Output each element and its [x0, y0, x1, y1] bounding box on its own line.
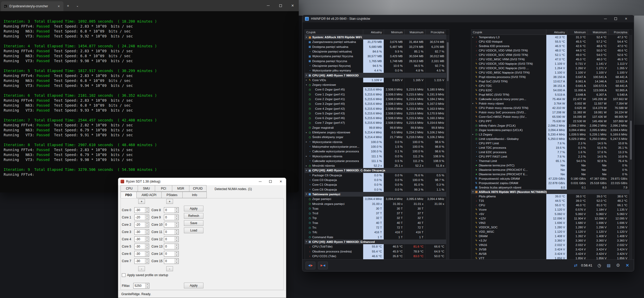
sensor-row[interactable]: ◔CPU PPT Limit7.6 %2.3 %14.5 %10.8 % [471, 141, 629, 145]
core-offset-stepper-9[interactable]: 0▴▾ [164, 215, 179, 220]
sensor-row[interactable]: ▾◷Zegary rdzeniowe [305, 82, 446, 87]
hwinfo-titlebar[interactable]: HWiNFO® 64 v8.20-5640 - Stan czujników ✕ [302, 15, 634, 22]
sensor-row[interactable]: ϟ+3.3V3.360 V3.360 V3.360 V3.360 V [471, 238, 629, 243]
settings-gear-icon[interactable]: ⚙ [615, 263, 621, 268]
sensor-row[interactable]: ϟVDDCR_SOC1.280 V1.280 V1.296 V1.296 V [471, 225, 629, 229]
sensor-row[interactable]: ◔Limit TDC procesora19.6 %0.3 %51.6 %35.… [471, 145, 629, 150]
spinner-down-icon[interactable]: ▾ [175, 218, 178, 220]
sensor-row[interactable]: ↓CPU VDDCR_SOC VRM (SVI3 TFN)52.1 °C49.0… [471, 53, 629, 57]
core-offset-stepper-8[interactable]: 0▴▾ [164, 207, 179, 213]
spinner-down-icon[interactable]: ▾ [175, 210, 178, 213]
column-header[interactable]: Aktualny [363, 30, 384, 35]
sensor-row[interactable]: ◔Całkowite wykorzystanie procesora100.0 … [305, 149, 446, 154]
scrollbar[interactable] [629, 35, 632, 260]
spinner-up-icon[interactable]: ▴ [145, 237, 149, 239]
sensor-row[interactable]: ϟVIN162.032 V2.032 V2.032 V2.032 V [471, 243, 629, 247]
collapse-columns-button[interactable]: ▶ ◀ [318, 262, 328, 269]
sensor-row[interactable]: ϟVDD_MISC1.120 V1.120 V1.120 V1.120 V [471, 229, 629, 234]
sensor-row[interactable]: ▦Zaangażowana pamięć wirtualna31,270 MB3… [305, 40, 446, 44]
sensor-row[interactable]: ▸↓Temperatury L342.3 °C31.3 °C52.4 °C47.… [471, 35, 629, 39]
core-offset-stepper-2[interactable]: -20▴▾ [134, 222, 149, 228]
column-header[interactable]: Aktualny [546, 30, 567, 35]
core-offset-stepper-5[interactable]: -30▴▾ [134, 244, 149, 249]
column-header[interactable]: Maksimum [588, 30, 608, 35]
maximize-button[interactable] [274, 0, 287, 11]
sensor-row[interactable]: ϟCPU VDDCR_SOC Napięcie (SVI3 ...1.264 V… [471, 66, 629, 70]
sensor-row[interactable]: ↓Średnia IOD procesora46.9 °C42.6 °C48.6… [471, 44, 629, 48]
sensor-row[interactable]: ◷Średni efektywny zegar5,214.4 MHz21.7 M… [305, 135, 446, 139]
spinner-down-icon[interactable]: ▾ [175, 232, 178, 235]
column-header[interactable]: Minimum [567, 30, 588, 35]
sensor-row[interactable]: ◷Trp32 T32 T32 T [305, 216, 446, 220]
spinner-up-icon[interactable]: ▴ [175, 258, 178, 261]
sensor-row[interactable]: ↓CPU55.0 °C46.0 °C81.0 °C66.1 °C [471, 203, 629, 207]
core-offset-stepper-10[interactable]: 0▴▾ [164, 222, 179, 228]
sensor-row[interactable]: ◷Command Rate1 T1 T1 T [305, 235, 446, 239]
scrollbar-thumb[interactable] [630, 121, 632, 160]
core-offset-stepper-15[interactable]: 0▴▾ [164, 258, 179, 264]
tab-cpuid[interactable]: CPUID [189, 185, 207, 192]
sensor-row[interactable]: ◷Trcd37 T37 T37 T [305, 211, 446, 216]
spinner-down-icon[interactable]: ▾ [175, 239, 178, 242]
tab-amd-acpi[interactable]: AMD ACPI [136, 192, 162, 198]
spinner-up-icon[interactable]: ▴ [175, 222, 178, 225]
sensor-section-header[interactable]: ▾▦Taktowanie pamięci [305, 192, 446, 197]
fmax-apply-button[interactable]: Apply [184, 283, 203, 288]
sensor-row[interactable]: ◷Core 7 Zegar (perf #7)5,215.6 MHz2,508.… [305, 120, 446, 125]
minimize-button[interactable] [255, 178, 265, 185]
sensor-row[interactable]: ↓CPU VDD_MISC VRM (SVI3 TFN)47.0 °C45.0 … [471, 57, 629, 61]
new-tab-button[interactable]: + [63, 0, 73, 11]
tab-smu[interactable]: SMU [138, 185, 155, 192]
terminal-output[interactable]: Iteration: 3 Total Elapsed Time: 1092.00… [0, 11, 299, 177]
sensor-row[interactable]: ◷Core 6 Zegar (perf #6)5,215.6 MHz2,508.… [305, 116, 446, 120]
refresh-button[interactable]: Refresh [184, 213, 203, 219]
sensor-row[interactable]: ◷Zegar magistrali99.8 MHz99.8 MHz99.8 MH… [305, 125, 446, 130]
core-offset-stepper-13[interactable]: 0▴▾ [164, 244, 179, 249]
sensor-row[interactable]: ◷Trfc416 T416 T416 T [305, 230, 446, 235]
sensor-row[interactable]: ◷Core 5 Zegar (perf #3)5,215.6 MHz2,508.… [305, 111, 446, 116]
tab-msr[interactable]: MSR [172, 185, 189, 192]
clock-icon[interactable]: ◷ [596, 263, 603, 268]
sensor-row[interactable]: ●Dławienie termiczne (HTC)NieNieNie0 % [471, 163, 629, 167]
sensor-row[interactable]: ↓CPU CCD1 (Tdie)46.6 °C35.8 °C83.0 °C50.… [305, 254, 446, 258]
core-offset-stepper-12[interactable]: 0▴▾ [164, 236, 179, 242]
sensor-row[interactable]: ◔Obciążenie pamięci wirtualnej84.6 %9.9 … [305, 49, 446, 54]
sensor-row[interactable]: ◷Zegar pamięci3,094.4 MHz3,094.4 MHz3,09… [305, 197, 446, 201]
sensor-row[interactable]: ●Dławienie termiczne (PROCHOT C...NieNie… [471, 167, 629, 172]
sensor-row[interactable]: ◔Core C6 Okupacja0.0 %0.0 %99.3 %1.1 % [305, 187, 446, 192]
spinner-up-icon[interactable]: ▴ [175, 237, 178, 239]
sensor-row[interactable]: ▸◔Wykorzystanie rdzenia100.0 %0.0 %100.0… [305, 140, 446, 144]
tab-pstates[interactable]: PStates [161, 192, 183, 198]
sensor-row[interactable]: ϟPrąd SoC (SVI3 TFN)13.617 A8.961 A14.34… [471, 79, 629, 83]
spinner-down-icon[interactable]: ▾ [145, 239, 149, 242]
core-offset-stepper-3[interactable]: -30▴▾ [134, 229, 149, 235]
sensor-row[interactable]: ↓CPU IOD Hotspot55.5 °C45.5 °C57.2 °C54.… [471, 39, 629, 44]
column-header[interactable]: Przeciętna [608, 30, 629, 35]
sensor-row[interactable]: ↓Płyta główna39.0 °C38.0 °C39.0 °C38.6 °… [471, 194, 629, 198]
spinner-down-icon[interactable]: ▾ [175, 247, 178, 249]
checkbox-box-icon[interactable] [122, 273, 125, 277]
core-offset-stepper-14[interactable]: 0▴▾ [164, 251, 179, 257]
sensor-row[interactable]: ϟCPU TDC38.151 A0.641 A100.572 A68.441 A [471, 83, 629, 88]
sensor-row[interactable]: ▸◔Wykorzystanie rdzenia111.1 %0.0 %111.2… [305, 154, 446, 158]
column-header[interactable]: Czujnik [305, 31, 363, 34]
sensor-row[interactable]: ◷Tras40 T40 T40 T [305, 221, 446, 225]
tab-info[interactable]: Info [182, 192, 207, 198]
sensor-row[interactable]: ϟPobór mocy SoC procesora (SVI3...17.208… [471, 110, 629, 114]
spinner-down-icon[interactable]: ▾ [145, 218, 149, 220]
sensor-row[interactable]: ϟVcore1.120 V0.576 V1.184 V1.135 V [471, 207, 629, 212]
core-offset-stepper-1[interactable]: -20▴▾ [134, 215, 149, 220]
core-offset-stepper-11[interactable]: 0▴▾ [164, 229, 179, 235]
sensor-row[interactable]: ⇅Przepustowość odczytu DRAM47.229 GB/s0.… [471, 176, 629, 181]
close-button[interactable]: ✕ [621, 15, 631, 22]
sensor-section-header[interactable]: ▾▣ASRock X870 Riptide WiFi (Nuvoton NCT6… [471, 190, 629, 194]
sensor-row[interactable]: ◷Trc72 T72 T72 T [305, 225, 446, 230]
sensor-row[interactable]: ϟPrąd rdzenia procesora (SVI3 TFN)38.150… [471, 75, 629, 79]
sensor-row[interactable]: ◷Core 1 Zegar (perf #1)5,215.6 MHz2,508.… [305, 92, 446, 97]
load-button[interactable]: Load [184, 228, 203, 233]
spinner-down-icon[interactable]: ▾ [175, 254, 178, 257]
sensor-row[interactable]: ▸◷Mnożniki rdzenia52.2 x25.1 x52.2 x51.8… [305, 163, 446, 168]
sensor-row[interactable]: ◔Limit EDC procesora7.7 %1.6 %17.6 %13.3… [471, 150, 629, 154]
sensor-section-header[interactable]: ▾▣CPU [#0]: AMD Ryzen 7 9800X3D [305, 73, 446, 77]
sensor-row[interactable]: ϟPrąd MISC (SVI3 TFN)5.519 A3.648 A6.307… [471, 92, 629, 97]
